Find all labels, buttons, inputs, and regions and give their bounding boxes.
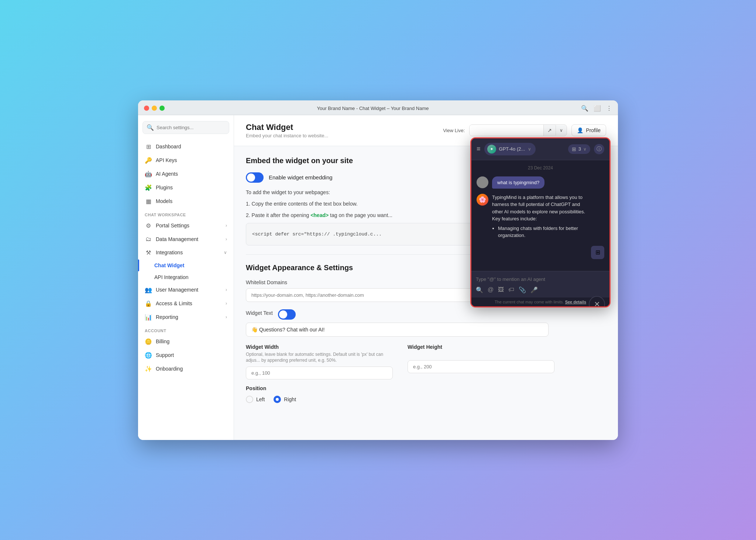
view-live-dropdown-button[interactable]: ∨	[556, 125, 567, 135]
models-icon: ▦	[145, 198, 152, 205]
billing-icon: 🪙	[145, 338, 152, 345]
page-header-left: Chat Widget Embed your chat instance to …	[246, 123, 328, 138]
head-tag: <head>	[310, 212, 329, 218]
attachment-icon[interactable]: 📎	[519, 286, 526, 293]
sidebar-item-portal-settings[interactable]: ⚙ Portal Settings ›	[138, 219, 234, 233]
search-box[interactable]: 🔍	[142, 121, 229, 134]
search-input[interactable]	[157, 125, 225, 130]
chat-toolbar: 🔍 @ 🖼 🏷 📎 🎤	[476, 286, 605, 293]
chevron-down-icon: ∨	[224, 250, 227, 255]
widget-width-label: Widget Width	[246, 344, 393, 350]
user-avatar	[477, 176, 488, 188]
sidebar-item-support[interactable]: 🌐 Support	[138, 348, 234, 362]
account-label: Account	[138, 324, 234, 335]
sidebar-item-ai-agents[interactable]: 🤖 AI Agents	[138, 167, 234, 181]
widget-text-input[interactable]	[246, 323, 549, 337]
chat-preview-overlay: ≡ ✦ GPT-4o (2... ∨ ⊞ 3 ∨ ⓘ 23 Dec 20	[470, 137, 611, 307]
widget-dim-hint: Optional, leave blank for automatic sett…	[246, 351, 393, 364]
position-group: Position Left Right	[246, 385, 554, 403]
chat-menu-icon[interactable]: ≡	[477, 145, 481, 153]
widget-width-input[interactable]	[246, 367, 393, 379]
widget-text-row: Widget Text	[246, 309, 554, 320]
main-content: Chat Widget Embed your chat instance to …	[234, 115, 618, 440]
sidebar-item-user-management[interactable]: 👥 User Management ›	[138, 283, 234, 297]
chat-date: 23 Dec 2024	[477, 165, 604, 171]
chat-info-button[interactable]: ⓘ	[594, 144, 604, 154]
chat-workspace-label: Chat Workspace	[138, 208, 234, 219]
mention-icon[interactable]: @	[488, 286, 494, 293]
position-right-option[interactable]: Right	[274, 396, 296, 403]
portal-icon: ⚙	[145, 222, 152, 229]
share-icon[interactable]: ⬜	[594, 105, 601, 112]
user-message-row: what is typingmind?	[477, 176, 604, 189]
chevron-right-icon: ›	[226, 237, 227, 242]
ai-agents-icon: 🤖	[145, 171, 152, 178]
image-icon[interactable]: 🖼	[498, 286, 504, 293]
tools-chevron-icon: ∨	[583, 147, 587, 152]
browser-window: Your Brand Name - Chat Widget – Your Bra…	[138, 100, 618, 440]
position-right-radio[interactable]	[274, 396, 281, 403]
app-layout: 🔍 ⊞ Dashboard 🔑 API Keys 🤖 AI Agents 🧩 P…	[138, 115, 618, 440]
sidebar-item-models[interactable]: ▦ Models	[138, 195, 234, 208]
profile-icon: 👤	[577, 127, 583, 133]
chevron-right-icon: ›	[226, 301, 227, 306]
sidebar-subitem-chat-widget[interactable]: Chat Widget	[138, 259, 234, 271]
position-label: Position	[246, 385, 554, 391]
position-left-radio[interactable]	[246, 396, 253, 403]
widget-height-hint	[408, 351, 554, 358]
sidebar-item-plugins[interactable]: 🧩 Plugins	[138, 181, 234, 195]
widget-width-col: Widget Width Optional, leave blank for a…	[246, 344, 393, 380]
view-live-open-button[interactable]: ↗	[543, 125, 556, 136]
position-left-option[interactable]: Left	[246, 396, 265, 403]
chevron-right-icon: ›	[226, 314, 227, 320]
model-chevron-icon: ∨	[528, 147, 531, 152]
chat-apps-button[interactable]: ⊞	[591, 246, 604, 259]
sidebar-subitem-api-integration[interactable]: API Integration	[138, 271, 234, 283]
chat-input[interactable]	[476, 275, 605, 283]
search-icon[interactable]: 🔍	[581, 105, 588, 112]
widget-height-input[interactable]	[408, 360, 554, 373]
enable-embedding-toggle[interactable]	[246, 172, 264, 183]
tags-icon[interactable]: 🏷	[508, 286, 514, 293]
sidebar-item-access-limits[interactable]: 🔒 Access & Limits ›	[138, 297, 234, 310]
close-icon: ✕	[594, 300, 600, 307]
data-icon: 🗂	[145, 236, 152, 243]
code-snippet-text: <script defer src="https:// .typingcloud…	[252, 231, 382, 237]
chat-header: ≡ ✦ GPT-4o (2... ∨ ⊞ 3 ∨ ⓘ	[471, 138, 609, 160]
sidebar-item-billing[interactable]: 🪙 Billing	[138, 335, 234, 348]
profile-button[interactable]: 👤 Profile	[571, 124, 606, 136]
widget-text-toggle[interactable]	[278, 309, 296, 320]
mic-icon[interactable]: 🎤	[530, 286, 538, 293]
chat-model-pill[interactable]: ✦ GPT-4o (2... ∨	[484, 143, 536, 155]
sidebar: 🔍 ⊞ Dashboard 🔑 API Keys 🤖 AI Agents 🧩 P…	[138, 115, 234, 440]
tools-grid-icon: ⊞	[572, 146, 576, 152]
integrations-icon: ⚒	[145, 249, 152, 256]
support-icon: 🌐	[145, 352, 152, 359]
widget-text-label: Widget Text	[246, 310, 273, 316]
bot-message-row: 🌸 TypingMind is a platform that allows y…	[477, 194, 604, 241]
model-name: GPT-4o (2...	[499, 146, 525, 152]
minimize-button[interactable]	[152, 106, 157, 111]
user-management-icon: 👥	[145, 286, 152, 293]
bot-avatar: 🌸	[477, 194, 488, 206]
sidebar-item-reporting[interactable]: 📊 Reporting ›	[138, 310, 234, 324]
sidebar-item-data-management[interactable]: 🗂 Data Management ›	[138, 233, 234, 246]
view-live-url-input[interactable]	[470, 125, 543, 136]
sidebar-item-api-keys[interactable]: 🔑 API Keys	[138, 154, 234, 167]
chat-input-area: 🔍 @ 🖼 🏷 📎 🎤	[471, 271, 609, 297]
chevron-right-icon: ›	[226, 287, 227, 292]
sidebar-item-integrations[interactable]: ⚒ Integrations ∨	[138, 246, 234, 259]
more-icon[interactable]: ⋮	[606, 105, 612, 112]
chat-tools-pill[interactable]: ⊞ 3 ∨	[568, 144, 590, 154]
maximize-button[interactable]	[159, 106, 165, 111]
dashboard-icon: ⊞	[145, 143, 152, 150]
browser-icons: 🔍 ⬜ ⋮	[581, 105, 612, 112]
sidebar-item-onboarding[interactable]: ✨ Onboarding	[138, 362, 234, 376]
page-header-right: View Live: ↗ ∨ 👤 Profile	[443, 124, 606, 136]
close-button[interactable]	[144, 106, 149, 111]
see-details-link[interactable]: See details	[565, 300, 586, 304]
search-icon: 🔍	[147, 124, 154, 131]
sidebar-item-dashboard[interactable]: ⊞ Dashboard	[138, 140, 234, 154]
chat-body: 23 Dec 2024 what is typingmind? 🌸 Typing…	[471, 160, 609, 271]
search-chat-icon[interactable]: 🔍	[476, 286, 483, 293]
